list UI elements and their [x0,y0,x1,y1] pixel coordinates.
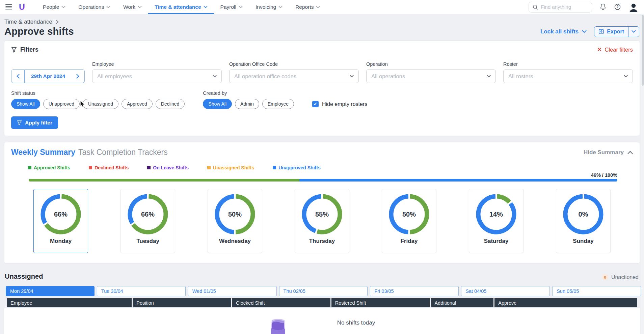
legend-label: Unassigned Shifts [213,165,254,170]
donut-card-monday[interactable]: 66% Monday [33,189,88,253]
date-prev-button[interactable] [11,69,25,83]
created-by-chip-admin[interactable]: Admin [235,99,259,109]
shift-status-chip-unassigned[interactable]: Unassigned [83,99,118,109]
donut-day-label: Friday [400,238,418,245]
donut-percent-value: 55% [301,194,343,235]
donut-chart-thursday: 55% [301,194,343,235]
nav-item-label: Time & attendance [155,4,201,10]
shift-status-chip-declined[interactable]: Declined [156,99,185,109]
clear-filters-button[interactable]: ✕ Clear filters [597,46,633,53]
shift-status-chip-approved[interactable]: Approved [122,99,153,109]
user-avatar[interactable] [628,2,639,12]
apply-filter-button[interactable]: Apply filter [11,116,58,129]
filter-funnel-icon [11,47,17,53]
help-icon[interactable]: ? [614,3,621,10]
progress-completed-segment [29,179,299,182]
global-search[interactable] [529,2,592,12]
day-tab-wed-01-05[interactable]: Wed 01/05 [188,286,277,296]
chevron-down-icon [61,6,65,8]
day-tab-fri-03-05[interactable]: Fri 03/05 [370,286,459,296]
chevron-down-icon [350,75,354,78]
vertical-scrollbar [641,14,644,334]
created-by-chip-group: Show AllAdminEmployee [203,99,294,109]
operation-office-code-select[interactable]: All operation office codes [229,69,359,83]
nav-item-label: Operations [78,4,104,10]
day-tab-mon-29-04[interactable]: Mon 29/04 [6,286,95,296]
apply-funnel-icon [17,120,22,125]
donut-percent-value: 14% [476,194,517,235]
column-header-clocked-shift: Clocked Shift [232,298,330,307]
unactioned-count-badge: 0 [602,274,608,280]
donut-card-thursday[interactable]: 55% Thursday [295,189,349,253]
donut-percent-value: 0% [563,194,604,235]
donut-card-friday[interactable]: 50% Friday [382,189,436,253]
nav-item-work[interactable]: Work [117,0,148,14]
operation-select[interactable]: All operations [366,69,496,83]
donut-chart-saturday: 14% [476,194,517,235]
chevron-down-icon [624,75,628,78]
nav-item-operations[interactable]: Operations [72,0,117,14]
date-value[interactable]: 29th Apr 2024 [25,69,71,83]
day-tab-sun-05-05[interactable]: Sun 05/05 [552,286,641,296]
search-icon [533,4,538,10]
search-input[interactable] [541,4,588,10]
progress-remaining-segment [299,179,617,182]
day-tab-tue-30-04[interactable]: Tue 30/04 [97,286,186,296]
shift-table-header: EmployeePositionClocked ShiftRostered Sh… [7,298,637,307]
hide-summary-button[interactable]: Hide Summary [584,149,633,156]
column-header-additional: Additional [431,298,493,307]
hide-empty-rosters-toggle[interactable]: ✓ Hide empty rosters [312,101,367,107]
legend-item-unassigned-shifts: Unassigned Shifts [207,165,254,170]
scrollbar-thumb[interactable] [642,15,644,86]
chevron-down-icon [316,6,320,8]
nav-item-people[interactable]: People [36,0,72,14]
created-by-chip-show-all[interactable]: Show All [203,99,232,109]
shift-status-chip-unapproved[interactable]: Unapproved [43,99,80,109]
checkbox-checked-icon[interactable]: ✓ [312,101,319,107]
donut-percent-value: 50% [388,194,430,235]
column-header-position: Position [133,298,231,307]
chevron-down-icon [213,75,217,78]
legend-label: On Leave Shifts [153,165,189,170]
nav-item-reports[interactable]: Reports [289,0,326,14]
legend-swatch [89,166,92,169]
breadcrumb-link[interactable]: Time & attendance [4,19,52,25]
nav-item-payroll[interactable]: Payroll [214,0,249,14]
breadcrumb: Time & attendance [0,14,644,25]
donut-card-tuesday[interactable]: 66% Tuesday [120,189,175,253]
nav-item-time-attendance[interactable]: Time & attendance [148,0,214,14]
donut-card-sunday[interactable]: 0% Sunday [556,189,611,253]
nav-item-invoicing[interactable]: Invoicing [249,0,289,14]
legend-swatch [273,166,276,169]
roster-select[interactable]: All rosters [503,69,633,83]
legend-label: Approved Shifts [34,165,70,170]
created-by-chip-employee[interactable]: Employee [262,99,294,109]
lock-all-shifts-button[interactable]: Lock all shifts [540,28,587,35]
progress-value-label: 46% / 100% [11,172,617,178]
donut-chart-monday: 66% [40,194,81,235]
filter-field-operation-office-code: Operation Office Code All operation offi… [229,61,359,83]
export-dropdown-caret[interactable] [628,27,639,37]
shift-status-chip-show-all[interactable]: Show All [11,99,40,109]
breadcrumb-chevron-icon [56,20,59,24]
donut-day-label: Tuesday [136,238,159,245]
employee-select[interactable]: All employees [92,69,222,83]
export-button[interactable]: Export [594,26,639,37]
top-nav-bar: U PeopleOperationsWorkTime & attendanceP… [0,0,644,14]
field-label: Roster [503,61,633,67]
donut-chart-wednesday: 50% [214,194,256,235]
day-tab-thu-02-05[interactable]: Thu 02/05 [279,286,368,296]
app-logo[interactable]: U [19,3,25,11]
date-next-button[interactable] [71,69,85,83]
date-stepper: 29th Apr 2024 [11,69,85,83]
day-tab-sat-04-05[interactable]: Sat 04/05 [461,286,550,296]
column-header-rostered-shift: Rostered Shift [331,298,430,307]
shift-status-label: Shift status [11,90,185,96]
hamburger-menu-icon[interactable] [5,4,12,10]
donut-card-saturday[interactable]: 14% Saturday [469,189,524,253]
donut-card-wednesday[interactable]: 50% Wednesday [208,189,262,253]
field-label: Employee [92,61,222,67]
empty-state-illustration [269,318,287,334]
notifications-bell-icon[interactable] [599,3,607,10]
chevron-down-icon [582,30,587,33]
